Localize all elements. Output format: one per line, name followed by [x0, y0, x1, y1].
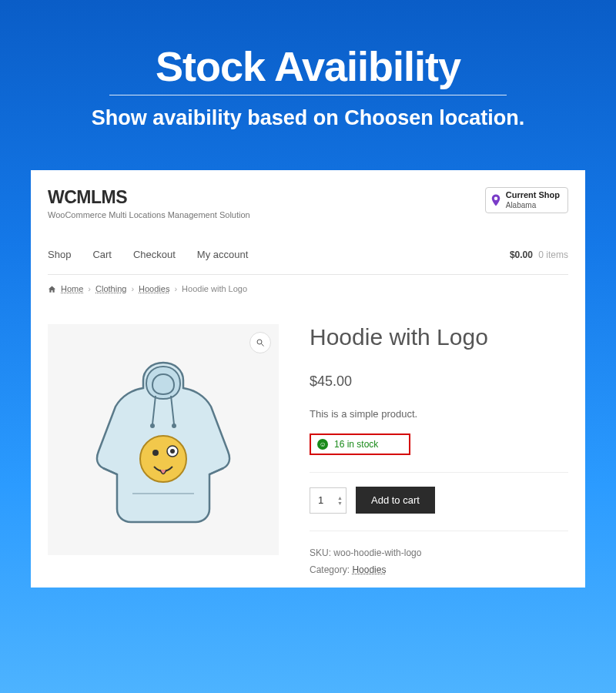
product-gallery	[48, 324, 279, 578]
hero-title: Stock Avaiibility	[109, 42, 507, 95]
divider	[310, 531, 568, 531]
hero-subtitle: Show avaibility based on Choosen locatio…	[15, 106, 601, 130]
add-to-cart-button[interactable]: Add to cart	[356, 487, 435, 514]
svg-point-8	[170, 449, 175, 454]
product-title: Hoodie with Logo	[310, 324, 568, 350]
svg-point-5	[140, 436, 186, 482]
nav-row: Shop Cart Checkout My account $0.00 0 it…	[48, 249, 568, 260]
breadcrumb: Home › Clothing › Hoodies › Hoodie with …	[48, 284, 568, 293]
home-icon	[48, 285, 56, 293]
svg-line-2	[262, 344, 264, 346]
quantity-value: 1	[318, 494, 323, 506]
product-description: This is a simple product.	[310, 408, 568, 420]
mini-cart[interactable]: $0.00 0 items	[510, 249, 568, 260]
crumb-hoodies[interactable]: Hoodies	[139, 284, 169, 293]
current-shop-label: Current Shop	[506, 190, 560, 200]
quantity-stepper[interactable]: 1 ▲ ▼	[310, 487, 346, 514]
quantity-spinner[interactable]: ▲ ▼	[337, 495, 343, 506]
nav-my-account[interactable]: My account	[197, 249, 248, 260]
site-title: WCMLMS	[48, 187, 250, 208]
current-shop-value: Alabama	[506, 201, 536, 209]
crumb-sep: ›	[131, 284, 134, 293]
product-image[interactable]	[48, 324, 279, 555]
current-shop-text: Current Shop Alabama	[506, 190, 560, 210]
product-page-card: WCMLMS WooCommerce Multi Locations Manag…	[31, 170, 585, 588]
category-link[interactable]: Hoodies	[352, 564, 386, 575]
crumb-sep: ›	[174, 284, 177, 293]
header-row: WCMLMS WooCommerce Multi Locations Manag…	[48, 187, 568, 219]
svg-point-3	[150, 424, 155, 428]
cart-item-count: 0 items	[538, 249, 568, 260]
product-details: Hoodie with Logo $45.00 This is a simple…	[310, 324, 568, 578]
location-pin-icon	[489, 193, 503, 207]
nav-cart[interactable]: Cart	[92, 249, 112, 260]
crumb-home[interactable]: Home	[61, 284, 83, 293]
stock-text: 16 in stock	[334, 439, 378, 450]
smiley-icon: ☺	[317, 439, 328, 450]
chevron-up-icon[interactable]: ▲	[337, 495, 343, 500]
nav-shop[interactable]: Shop	[48, 249, 71, 260]
product-price: $45.00	[310, 373, 568, 390]
zoom-button[interactable]	[249, 332, 271, 353]
chevron-down-icon[interactable]: ▼	[337, 500, 343, 506]
svg-point-0	[494, 197, 497, 201]
svg-point-1	[257, 340, 262, 344]
add-to-cart-row: 1 ▲ ▼ Add to cart	[310, 487, 568, 514]
site-tagline: WooCommerce Multi Locations Management S…	[48, 210, 250, 219]
svg-point-4	[172, 424, 176, 428]
brand-block: WCMLMS WooCommerce Multi Locations Manag…	[48, 187, 250, 219]
crumb-clothing[interactable]: Clothing	[95, 284, 126, 293]
current-shop-selector[interactable]: Current Shop Alabama	[485, 187, 568, 213]
crumb-current: Hoodie with Logo	[182, 284, 247, 293]
cart-amount: $0.00	[510, 249, 533, 260]
svg-point-6	[152, 450, 159, 456]
sku-label: SKU:	[310, 547, 331, 558]
sku-value: woo-hoodie-with-logo	[333, 547, 421, 558]
nav-links: Shop Cart Checkout My account	[48, 249, 248, 260]
hoodie-illustration	[79, 351, 248, 528]
divider	[310, 472, 568, 473]
hero-banner: Stock Avaiibility Show avaibility based …	[0, 0, 616, 153]
product-meta: SKU: woo-hoodie-with-logo Category: Hood…	[310, 545, 568, 578]
crumb-sep: ›	[88, 284, 91, 293]
category-label: Category:	[310, 564, 350, 575]
divider	[48, 274, 568, 275]
nav-checkout[interactable]: Checkout	[133, 249, 176, 260]
stock-highlight-box: ☺ 16 in stock	[310, 434, 410, 455]
product-section: Hoodie with Logo $45.00 This is a simple…	[48, 324, 568, 578]
magnifier-icon	[256, 338, 265, 347]
